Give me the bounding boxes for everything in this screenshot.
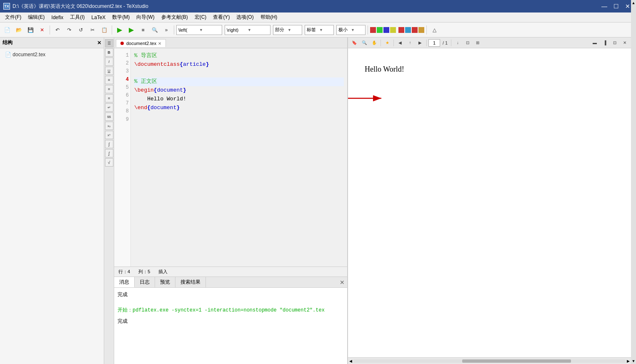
sym-align-center[interactable]: ≡: [105, 85, 113, 93]
line-num-3: 3: [114, 67, 129, 75]
preview-highlight[interactable]: ★: [383, 39, 392, 47]
msg-tab-log[interactable]: 日志: [135, 277, 155, 287]
scroll-down-arrow[interactable]: ▼: [632, 359, 636, 363]
color-blue[interactable]: [383, 27, 389, 33]
tab-close-button[interactable]: ✕: [158, 41, 161, 46]
msg-tab-preview[interactable]: 预览: [155, 277, 175, 287]
menu-view[interactable]: 查看(Y): [210, 13, 233, 22]
preview-hand[interactable]: ✋: [370, 39, 379, 47]
menu-macro[interactable]: 宏(C): [191, 13, 210, 22]
menu-math[interactable]: 数学(M): [109, 13, 133, 22]
tag-combo[interactable]: 标签 ▼: [305, 25, 334, 35]
preview-sync-right[interactable]: ↓: [453, 39, 462, 47]
preview-dock-bottom[interactable]: ▬: [590, 39, 599, 47]
symbol-bar: ☰ B I U ≡ ≡ ≡ ↵ $$ x₀ xⁿ ∫ ∫̣ √: [104, 37, 114, 364]
sym-integral1[interactable]: ∫: [105, 140, 113, 148]
color-red[interactable]: [370, 27, 376, 33]
messages-close[interactable]: ✕: [337, 279, 347, 286]
preview-search[interactable]: 🔍: [360, 39, 369, 47]
sym-superscript[interactable]: xⁿ: [105, 131, 113, 139]
color-red3[interactable]: [412, 27, 418, 33]
maximize-button[interactable]: ☐: [611, 2, 621, 10]
hscroll-left[interactable]: ◀: [348, 359, 353, 363]
color-green[interactable]: [377, 27, 383, 33]
page-number-input[interactable]: [428, 39, 440, 47]
hscroll-thumb: [462, 359, 571, 363]
color-orange[interactable]: [418, 27, 424, 33]
color-cyan[interactable]: [405, 27, 411, 33]
menu-options[interactable]: 选项(O): [233, 13, 257, 22]
sym-italic[interactable]: I: [105, 57, 113, 66]
redo-button[interactable]: ↷: [64, 25, 75, 35]
build-button[interactable]: ▶: [114, 25, 125, 35]
msg-tab-messages[interactable]: 消息: [114, 277, 135, 287]
sidebar-tree-file[interactable]: 📄 document2.tex: [2, 50, 102, 59]
content-row: 结构 ✕ 📄 document2.tex ☰ B I U ≡ ≡ ≡ ↵ $$ …: [0, 37, 636, 364]
color-red2[interactable]: [398, 27, 404, 33]
title-controls[interactable]: — ☐ ✕: [599, 2, 633, 10]
menu-help[interactable]: 帮助(H): [257, 13, 281, 22]
color-yellow[interactable]: [390, 27, 396, 33]
refresh-button[interactable]: ↺: [75, 25, 86, 35]
preview-close[interactable]: ✕: [620, 39, 629, 47]
tag-arrow: ▼: [319, 28, 332, 32]
sidebar-close[interactable]: ✕: [97, 40, 101, 46]
editor-tab[interactable]: document2.tex ✕: [116, 39, 166, 47]
menu-refs[interactable]: 参考文献(B): [158, 13, 191, 22]
more-button[interactable]: »: [161, 25, 172, 35]
msg-tab-search[interactable]: 搜索结果: [175, 277, 206, 287]
sidebar-filename: document2.tex: [13, 52, 45, 57]
search-button[interactable]: 🔍: [149, 25, 160, 35]
preview-prev-page[interactable]: ◀: [396, 39, 405, 47]
preview-dock-side[interactable]: ▐: [600, 39, 609, 47]
undo-button[interactable]: ↶: [52, 25, 63, 35]
code-area[interactable]: % 导言区 \documentclass{article} % 正文区 \beg…: [131, 48, 347, 267]
part-value: 部分: [275, 27, 288, 33]
sym-list[interactable]: ☰: [105, 39, 113, 47]
sym-math[interactable]: $$: [105, 112, 113, 121]
sym-subscript[interactable]: x₀: [105, 122, 113, 130]
new-button[interactable]: 📄: [2, 25, 13, 35]
sym-integral2[interactable]: ∫̣: [105, 149, 113, 157]
cut-button[interactable]: ✂: [87, 25, 98, 35]
hscroll-right[interactable]: ▶: [626, 359, 631, 363]
preview-dock-float[interactable]: ⊡: [610, 39, 619, 47]
prev-sep-2: [393, 40, 394, 46]
sym-bold[interactable]: B: [105, 48, 113, 57]
menu-edit[interactable]: 编辑(E): [25, 13, 48, 22]
stop-button[interactable]: ■: [138, 25, 148, 35]
menu-tools[interactable]: 工具(I): [67, 13, 88, 22]
sym-newline[interactable]: ↵: [105, 103, 113, 112]
left-cmd-combo[interactable]: \left( ▼: [176, 25, 222, 35]
menu-idefix[interactable]: Idefix: [48, 14, 67, 21]
right-cmd-combo[interactable]: \right) ▼: [225, 25, 270, 35]
part-combo[interactable]: 部分 ▼: [273, 25, 302, 35]
editor-body: 1 2 3 4 5 6 7 8 9 % 导言区 \documentclass{a…: [114, 48, 347, 267]
preview-fullscreen[interactable]: ⊞: [473, 39, 482, 47]
preview-bookmark[interactable]: 🔖: [350, 39, 359, 47]
triangle-button[interactable]: △: [429, 25, 440, 35]
size-combo[interactable]: 极小 ▼: [336, 25, 366, 35]
preview-sync-left[interactable]: ↑: [406, 39, 415, 47]
paste-button[interactable]: 📋: [99, 25, 110, 35]
menu-file[interactable]: 文件(F): [2, 13, 25, 22]
arrow-svg: [348, 90, 390, 107]
error-button[interactable]: ✕: [37, 25, 48, 35]
save-button[interactable]: 💾: [25, 25, 36, 35]
minimize-button[interactable]: —: [599, 2, 609, 10]
editor-status: 行：4 列：5 插入: [114, 267, 347, 277]
sym-underline[interactable]: U: [105, 67, 113, 75]
preview-next-page[interactable]: ▶: [416, 39, 425, 47]
sym-sqrt[interactable]: √: [105, 158, 113, 167]
messages-scrollbar[interactable]: ▲ ▼: [631, 37, 636, 364]
run-button[interactable]: ▶: [126, 25, 137, 35]
menu-wizard[interactable]: 向导(W): [133, 13, 158, 22]
menu-latex[interactable]: LaTeX: [88, 14, 109, 21]
open-button[interactable]: 📂: [13, 25, 24, 35]
preview-fit[interactable]: ⊡: [463, 39, 472, 47]
sym-align-right[interactable]: ≡: [105, 94, 113, 102]
size-arrow: ▼: [351, 28, 363, 32]
toolbar-sep-5: [426, 25, 427, 35]
preview-hscrollbar[interactable]: ◀ ▶: [348, 357, 631, 364]
sym-align-left[interactable]: ≡: [105, 76, 113, 84]
